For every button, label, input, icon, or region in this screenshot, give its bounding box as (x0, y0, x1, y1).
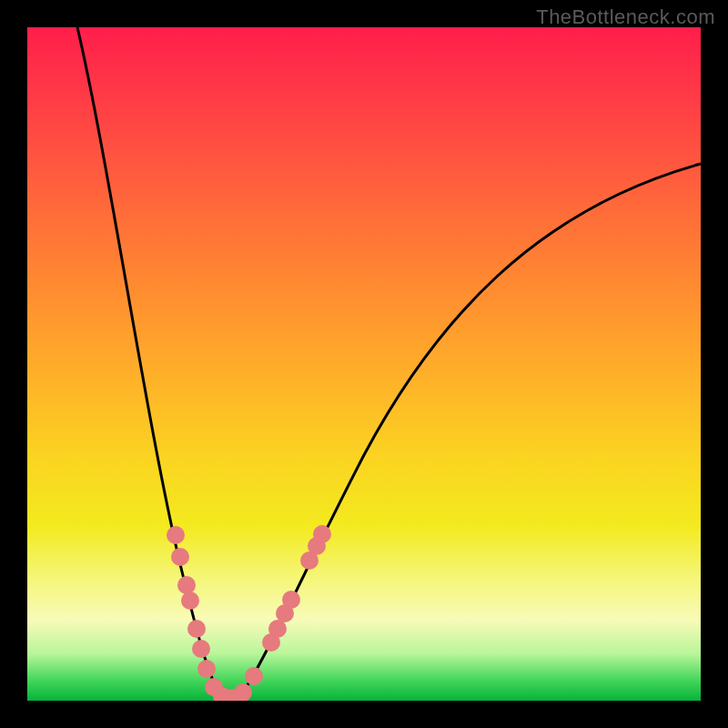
dot (187, 620, 206, 638)
dot (245, 667, 263, 685)
dot (197, 660, 216, 678)
plot-area (27, 27, 701, 701)
chart-container: TheBottleneck.com (0, 0, 728, 728)
dot (181, 592, 199, 610)
dot (192, 640, 210, 658)
curve-overlay (27, 27, 701, 701)
dot (282, 591, 300, 609)
dot (268, 620, 287, 638)
dot (234, 683, 252, 701)
curve-left (77, 27, 223, 699)
watermark-text: TheBottleneck.com (536, 5, 715, 29)
curve-right (238, 164, 701, 699)
dot (171, 548, 189, 566)
dot (313, 525, 331, 543)
dot (177, 576, 196, 594)
dot (167, 526, 185, 544)
